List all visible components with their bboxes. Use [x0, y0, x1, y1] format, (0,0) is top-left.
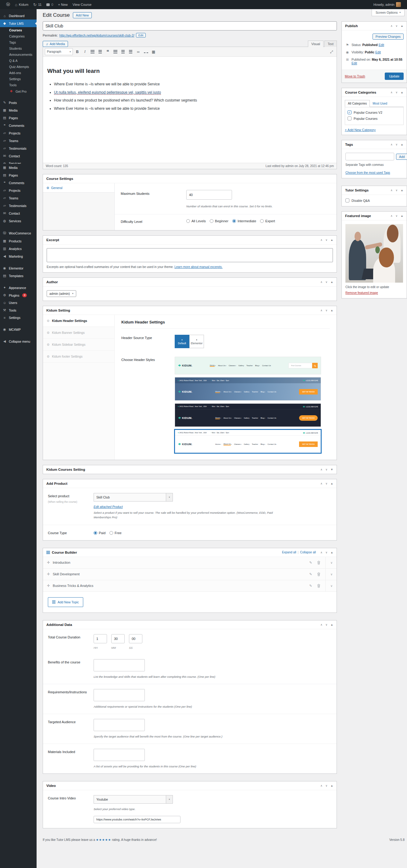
toolbar-toggle-button[interactable]: ▦: [150, 49, 157, 55]
radio-option[interactable]: Expert: [260, 219, 275, 223]
visual-tab[interactable]: Visual: [308, 40, 323, 47]
sidebar-item[interactable]: ▱ Projects: [0, 129, 37, 137]
align-left-button[interactable]: [112, 49, 119, 55]
disable-qa-checkbox[interactable]: [345, 198, 349, 203]
toggle-panel-icon[interactable]: [331, 468, 333, 471]
add-new-button[interactable]: Add New: [73, 12, 92, 18]
collapse-all-link[interactable]: Collapse all: [300, 551, 316, 554]
edit-topic-icon[interactable]: [309, 561, 312, 565]
bold-button[interactable]: B: [74, 49, 81, 55]
field-textarea[interactable]: [94, 659, 145, 671]
add-new-category-link[interactable]: + Add New Category: [345, 128, 376, 132]
edit-attached-product-link[interactable]: Edit attached Product: [94, 505, 123, 508]
sidebar-item[interactable]: ▤ Pages: [0, 114, 37, 122]
sidebar-item[interactable]: ◉ Elementor: [0, 264, 37, 272]
toggle-panel-icon[interactable]: [331, 482, 333, 485]
edit-permalink-button[interactable]: Edit: [136, 33, 146, 37]
duration-input[interactable]: [111, 634, 125, 643]
rating-stars-link[interactable]: ★★★★★: [96, 838, 111, 841]
field-textarea[interactable]: [94, 749, 145, 761]
sidebar-item[interactable]: ◉ MC4WP: [0, 326, 37, 333]
sidebar-item[interactable]: ❖ Get Pro: [0, 88, 37, 94]
edit-published-link[interactable]: Edit: [351, 61, 357, 65]
sidebar-item[interactable]: ▦ Products: [0, 237, 37, 245]
header-source-button[interactable]: ▴ Elementor: [189, 335, 204, 348]
toggle-panel-icon[interactable]: [401, 189, 403, 192]
account-menu[interactable]: Howdy, admin: [371, 2, 403, 7]
new-content-menu[interactable]: + New: [56, 0, 70, 9]
sidebar-item[interactable]: Q & A: [0, 58, 37, 64]
site-menu[interactable]: ⌂Kidum: [12, 0, 31, 9]
move-to-trash-link[interactable]: Move to Trash: [345, 74, 365, 78]
remove-featured-image-link[interactable]: Remove featured image: [345, 291, 378, 294]
move-up-icon[interactable]: [390, 24, 393, 27]
kidum-settings-tab[interactable]: ⚙ Kidum Banner Settings: [43, 327, 114, 339]
edit-topic-icon[interactable]: [309, 584, 312, 588]
trash-icon[interactable]: [317, 572, 320, 576]
sidebar-item[interactable]: Announcements: [0, 52, 37, 58]
sidebar-item[interactable]: ⚙ Plugins 8: [0, 291, 37, 299]
sidebar-item[interactable]: Quiz Attempts: [0, 64, 37, 70]
move-up-icon[interactable]: [320, 280, 322, 283]
sidebar-item[interactable]: ▦ Media: [0, 106, 37, 114]
author-select[interactable]: admin (admin): [46, 290, 76, 297]
move-down-icon[interactable]: [396, 214, 398, 217]
toggle-panel-icon[interactable]: [401, 143, 403, 146]
toggle-panel-icon[interactable]: [331, 551, 333, 554]
paragraph-format-select[interactable]: Paragraph: [45, 48, 73, 55]
toggle-panel-icon[interactable]: [401, 214, 403, 217]
kidum-settings-tab[interactable]: ⚙ Kidum Header Settings: [43, 315, 114, 327]
permalink-url[interactable]: http://wp.efforttech.net/wp/kidum/course…: [59, 34, 134, 37]
move-down-icon[interactable]: [325, 280, 327, 283]
expand-topic-icon[interactable]: ∨: [331, 561, 333, 564]
move-down-icon[interactable]: [325, 482, 327, 485]
update-button[interactable]: Update: [385, 72, 404, 80]
comments-menu[interactable]: 0: [44, 0, 56, 9]
radio-option[interactable]: Free: [109, 531, 122, 535]
toggle-panel-icon[interactable]: [401, 24, 403, 27]
category-checkbox[interactable]: [348, 117, 351, 120]
sidebar-item[interactable]: ◆ Tutor LMS: [0, 20, 37, 27]
video-url-input[interactable]: [94, 816, 181, 823]
course-topic-row[interactable]: ✛ Skill Development ∨: [43, 568, 337, 580]
move-down-icon[interactable]: [396, 24, 398, 27]
add-media-button[interactable]: ♫Add Media: [43, 41, 68, 47]
course-topic-row[interactable]: ✛ Business Tricks & Analytics ∨: [43, 580, 337, 592]
move-down-icon[interactable]: [396, 143, 398, 146]
drag-handle-icon[interactable]: ✛: [47, 560, 50, 565]
link-button[interactable]: ∞: [135, 49, 142, 55]
preview-changes-button[interactable]: Preview Changes: [373, 34, 404, 40]
sidebar-item[interactable]: ⚒ Tools: [0, 306, 37, 314]
numbered-list-button[interactable]: [97, 49, 103, 55]
expand-all-link[interactable]: Expand all: [282, 551, 296, 554]
move-up-icon[interactable]: [390, 214, 393, 217]
more-tag-button[interactable]: [143, 49, 149, 55]
sidebar-item[interactable]: ◍ Services: [0, 217, 37, 225]
sidebar-item[interactable]: ▱ Testimonials: [0, 145, 37, 152]
sidebar-item[interactable]: ▱ Teams: [0, 137, 37, 145]
sidebar-item[interactable]: ◀ Collapse menu: [0, 338, 37, 345]
sidebar-item[interactable]: ◍ Services: [0, 160, 37, 164]
sidebar-item[interactable]: ❝ Comments: [0, 179, 37, 187]
bullet-list-button[interactable]: [89, 49, 96, 55]
excerpt-textarea[interactable]: [46, 248, 333, 262]
move-up-icon[interactable]: [320, 468, 322, 471]
header-style-option-1[interactable]: KIDUM. Home ▾ About Us ▾ Classes ▾ Galle…: [175, 357, 321, 374]
toggle-panel-icon[interactable]: [331, 309, 333, 312]
sidebar-item[interactable]: ≡ Settings: [0, 314, 37, 321]
sidebar-item[interactable]: Settings: [0, 76, 37, 82]
tags-input[interactable]: [345, 153, 394, 160]
excerpt-help-link[interactable]: Learn more about manual excerpts.: [175, 265, 223, 269]
tab-all-categories[interactable]: All Categories: [345, 100, 370, 107]
sidebar-item[interactable]: Add-ons: [0, 70, 37, 76]
radio-option[interactable]: Beginner: [210, 219, 228, 223]
sidebar-item[interactable]: ⌂ Dashboard: [0, 12, 37, 20]
sidebar-item[interactable]: ▱ Projects: [0, 187, 37, 194]
tab-most-used[interactable]: Most Used: [370, 100, 390, 107]
italic-button[interactable]: I: [82, 49, 88, 55]
add-tag-button[interactable]: Add: [396, 154, 407, 160]
move-up-icon[interactable]: [320, 482, 322, 485]
sidebar-item[interactable]: ▦ Media: [0, 164, 37, 172]
screen-options-button[interactable]: Screen Options: [372, 9, 405, 16]
expand-topic-icon[interactable]: ∨: [331, 584, 333, 588]
